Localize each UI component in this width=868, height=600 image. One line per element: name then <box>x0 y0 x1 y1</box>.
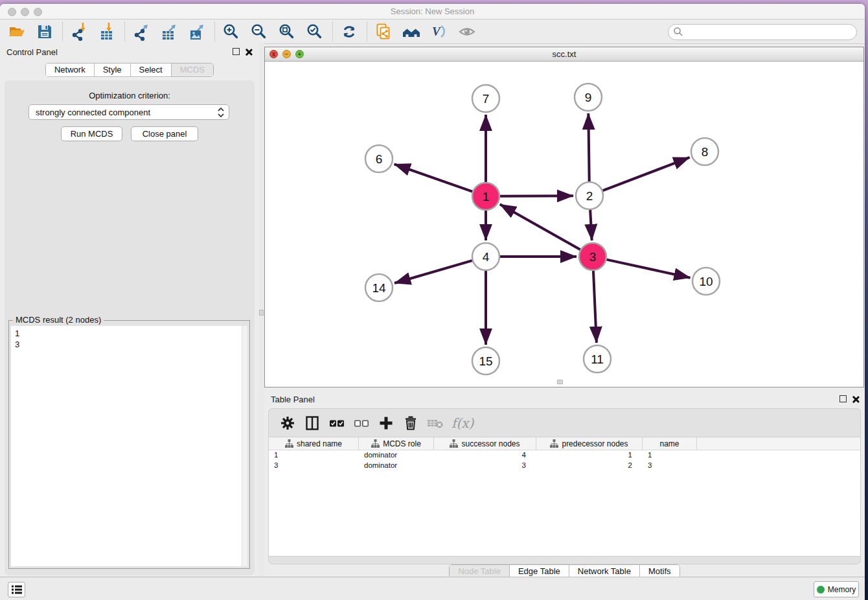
table-cell[interactable]: 3 <box>434 461 536 471</box>
export-image-glyph <box>188 23 206 41</box>
delete-table-icon[interactable] <box>426 413 445 433</box>
tab-network-table[interactable]: Network Table <box>569 565 639 578</box>
open-session-icon[interactable] <box>6 21 27 42</box>
zoom-out-icon[interactable] <box>249 21 269 42</box>
graph-edge-3-1[interactable] <box>500 204 580 249</box>
tab-mcds[interactable]: MCDS <box>171 63 213 76</box>
table-cell[interactable]: dominator <box>359 461 434 471</box>
tab-style[interactable]: Style <box>94 63 130 76</box>
graph-edge-3-10[interactable] <box>606 260 690 278</box>
export-image-icon[interactable] <box>187 21 207 42</box>
memory-label: Memory <box>828 585 856 594</box>
zoom-fit-icon[interactable] <box>277 21 297 42</box>
optimization-criterion-label: Optimization criterion: <box>5 91 255 100</box>
column-header-name[interactable]: name <box>643 437 697 450</box>
criterion-dropdown[interactable]: strongly connected component <box>29 104 229 120</box>
zoom-fit-glyph <box>278 23 296 41</box>
select-all-checkboxes-icon[interactable] <box>327 413 347 433</box>
table-cell[interactable]: 2 <box>536 461 643 471</box>
home-view-icon[interactable] <box>401 21 422 42</box>
close-panel-icon[interactable] <box>244 48 253 56</box>
graph-node-label: 2 <box>586 189 593 203</box>
graph-edge-4-14[interactable] <box>394 260 472 283</box>
node-table[interactable]: shared nameMCDS rolesuccessor nodesprede… <box>268 437 861 557</box>
network-window-titlebar[interactable]: x − + scc.txt <box>265 47 863 62</box>
table-row[interactable]: 3dominator323 <box>269 461 860 471</box>
column-header-predecessor-nodes[interactable]: predecessor nodes <box>536 437 643 450</box>
mcds-result-text[interactable]: 13 <box>11 326 247 566</box>
horizontal-splitter-handle[interactable] <box>557 380 563 384</box>
table-bottom-strip <box>268 557 861 564</box>
graph-node-label: 3 <box>589 250 597 264</box>
tab-node-table[interactable]: Node Table <box>450 565 509 578</box>
table-cell[interactable]: 3 <box>643 461 697 471</box>
table-cell[interactable]: 1 <box>643 450 697 461</box>
function-builder-icon[interactable]: f(x) <box>450 413 476 433</box>
column-attribute-icon <box>285 439 293 448</box>
vertical-splitter[interactable] <box>259 43 264 578</box>
table-cell[interactable]: dominator <box>359 450 434 461</box>
splitter-handle[interactable] <box>259 310 264 316</box>
import-network-icon[interactable] <box>69 21 89 42</box>
float-table-panel-icon[interactable] <box>839 395 847 402</box>
column-header-label: name <box>659 439 679 448</box>
zoom-in-glyph <box>222 23 240 41</box>
export-table-icon[interactable] <box>159 21 179 42</box>
add-column-icon[interactable] <box>376 413 396 433</box>
zoom-in-icon[interactable] <box>221 21 242 42</box>
graph-edge-1-6[interactable] <box>394 164 473 191</box>
show-hide-panel-icon[interactable] <box>457 21 477 42</box>
toolbar-separator <box>332 22 333 41</box>
deselect-all-checkboxes-icon[interactable] <box>352 413 371 433</box>
tab-motifs[interactable]: Motifs <box>639 565 680 578</box>
control-panel-tabs: NetworkStyleSelectMCDS <box>0 63 259 77</box>
column-header-shared-name[interactable]: shared name <box>269 437 359 450</box>
clone-network-icon[interactable] <box>373 21 394 42</box>
column-header-MCDS-role[interactable]: MCDS role <box>359 437 434 450</box>
table-cell[interactable]: 1 <box>269 450 359 461</box>
task-history-button[interactable] <box>8 582 25 597</box>
graph-edge-2-3[interactable] <box>590 210 592 240</box>
graph-node-label: 1 <box>483 190 490 203</box>
table-cell[interactable]: 1 <box>536 450 643 461</box>
zoom-selected-icon[interactable] <box>304 21 325 42</box>
export-network-icon[interactable] <box>131 21 152 42</box>
tab-edge-table[interactable]: Edge Table <box>509 565 569 578</box>
float-panel-icon[interactable] <box>233 48 240 55</box>
svg-text:f(x): f(x) <box>451 415 474 431</box>
search-icon <box>673 27 683 37</box>
network-canvas[interactable]: 1234678910111415 <box>265 62 863 387</box>
table-cell[interactable]: 4 <box>434 450 536 461</box>
graph-node-label: 8 <box>702 145 709 159</box>
refresh-view-icon[interactable] <box>339 21 360 42</box>
close-table-panel-icon[interactable] <box>851 395 860 404</box>
table-body: 1dominator4113dominator323 <box>269 450 860 471</box>
mcds-result-line: 1 <box>15 328 247 339</box>
graph-edge-2-8[interactable] <box>603 157 690 190</box>
column-attribute-icon <box>371 439 380 448</box>
graph-edge-3-11[interactable] <box>593 271 597 343</box>
search-box[interactable] <box>668 24 857 40</box>
tab-select[interactable]: Select <box>130 63 171 76</box>
control-panel-tab-group: NetworkStyleSelectMCDS <box>45 63 214 77</box>
vizmapper-icon[interactable]: V <box>429 21 450 42</box>
tab-network[interactable]: Network <box>46 63 94 76</box>
memory-button[interactable]: Memory <box>814 581 859 597</box>
table-cell[interactable]: 3 <box>269 461 359 471</box>
save-session-icon[interactable] <box>34 21 55 42</box>
open-folder-glyph <box>8 23 26 41</box>
graph-node-label: 4 <box>483 250 490 264</box>
graph-edge-1-2[interactable] <box>500 196 573 196</box>
delete-column-icon[interactable] <box>401 413 420 433</box>
toolbar-separator <box>367 22 367 41</box>
result-scrollbar[interactable] <box>242 326 247 566</box>
table-row[interactable]: 1dominator411 <box>269 450 860 461</box>
import-table-icon[interactable] <box>97 21 117 42</box>
search-input[interactable] <box>683 27 845 37</box>
graph-edge-2-9[interactable] <box>588 113 589 181</box>
close-panel-button[interactable]: Close panel <box>131 126 198 141</box>
column-header-successor-nodes[interactable]: successor nodes <box>434 437 536 450</box>
run-mcds-button[interactable]: Run MCDS <box>61 126 122 141</box>
table-settings-icon[interactable] <box>278 413 297 433</box>
split-columns-icon[interactable] <box>303 413 322 433</box>
